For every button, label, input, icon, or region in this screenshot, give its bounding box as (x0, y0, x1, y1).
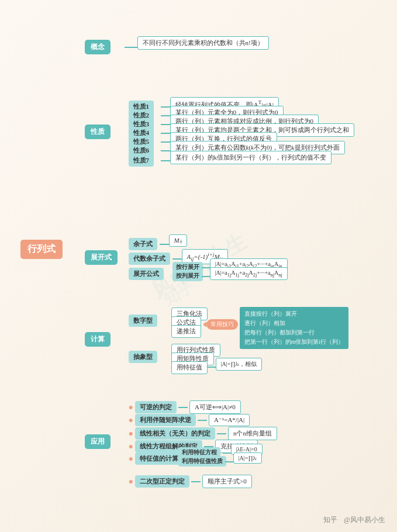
app2-label: 利用伴随矩阵求逆 (135, 414, 196, 426)
app6-row: ● 二次型正定判定 顺序主子式>0 (129, 475, 252, 488)
footer-platform: 知乎 (323, 516, 337, 524)
concept-hline (125, 40, 137, 48)
abstract-m3-hline (208, 361, 216, 368)
app5-bullet: ● (129, 454, 133, 464)
abstract-box: 抽象型 (129, 351, 157, 363)
prop5-hline (161, 136, 170, 143)
root-label: 行列式 (20, 240, 63, 259)
concept-label: 概念 (85, 40, 111, 54)
eigen2-box: 利用特征值性质 (178, 456, 226, 467)
cofactor-box: 余子式 (129, 238, 157, 250)
eigen1-hline (223, 447, 231, 454)
app2-row: ● 利用伴随矩阵求逆 A⁻¹=A*/|A| (129, 414, 250, 426)
method3: 递推法 (171, 325, 201, 338)
app-label: 应用 (85, 434, 111, 449)
app2-content: A⁻¹=A*/|A| (209, 414, 250, 426)
app-box: 应用 (85, 434, 111, 449)
app3-label: 线性相关（无关）的判定 (135, 427, 215, 440)
prop7-text: 某行（列）的k倍加到另一行（列），行列式的值不变 (170, 151, 332, 164)
cofactor-hline (160, 238, 169, 245)
property-label: 性质 (85, 125, 111, 139)
by-col-hline (202, 271, 210, 277)
exp-formula-label: 展开公式 (129, 268, 164, 280)
abstract-m3-text2: |A|=∏λᵢ，相似 (216, 358, 263, 371)
tips-text: 直接按行（列）展开 逐行（列）相加 把每行（列）都加到第一行 把第一行（列）的m… (240, 307, 349, 349)
prop7-row: 性质7 (129, 154, 154, 167)
eigen2-label: 利用特征值性质 (178, 456, 226, 467)
cofactor-label: 余子式 (129, 238, 157, 250)
footer: 知乎 @风中易小生 (323, 515, 385, 525)
tips-content-box: 直接按行（列）展开 逐行（列）相加 把每行（列）都加到第一行 把第一行（列）的m… (240, 307, 349, 349)
eigen2-content: |A|=∏λᵢ (233, 452, 263, 464)
expansion-box: 展开式 (85, 250, 118, 265)
alg-cofactor-hline (172, 253, 182, 260)
prop7-content: 某行（列）的k倍加到另一行（列），行列式的值不变 (170, 151, 332, 164)
abstract-m3-content: |A|=∏λᵢ，相似 (216, 358, 263, 371)
by-col-label: 按列展开 (172, 271, 203, 281)
page: 风中易小生 知乎 (0, 0, 397, 532)
eigen2-hline (225, 456, 233, 462)
app4-bullet: ● (129, 442, 133, 451)
concept-content: 不同行不同列元素乘积的代数和（共n!项） (137, 36, 269, 50)
app1-bullet: ● (129, 403, 133, 412)
app3-row: ● 线性相关（无关）的判定 n个n维向量组 (129, 427, 277, 440)
alg-cofactor-label: 代数余子式 (129, 253, 170, 265)
app6-content: 顺序主子式>0 (202, 475, 252, 488)
by-col-text: |A|=a1jA1j+a2jA2j+···+anjAnj (210, 267, 288, 280)
prop6-hline (161, 144, 170, 151)
numeric-label: 数字型 (129, 315, 157, 327)
abstract-m3: 用特征值 (171, 361, 208, 374)
prop1-hline (161, 101, 170, 108)
cofactor-content: Mᵢⱼ (169, 234, 187, 247)
prop7-label: 性质7 (129, 154, 154, 167)
abstract-m3-text: 用特征值 (171, 361, 208, 374)
prop2-hline (161, 109, 170, 116)
app5-row: ● 特征值的计算 (129, 452, 183, 465)
prop7-hline (161, 154, 170, 161)
tips-label: 常用技巧 (210, 321, 234, 327)
app1-content: A可逆⟺|A|≠0 (189, 400, 241, 414)
app3-content: n个n维向量组 (228, 427, 277, 440)
app2-bullet: ● (129, 416, 133, 425)
calc-box: 计算 (85, 332, 111, 347)
app3-bullet: ● (129, 429, 133, 438)
root-node: 行列式 (20, 240, 63, 259)
prop4-hline (161, 127, 170, 134)
numeric-box: 数字型 (129, 315, 157, 327)
exp-formula-box: 展开公式 (129, 268, 164, 280)
app1-label: 可逆的判定 (135, 401, 177, 413)
app6-label: 二次型正定判定 (135, 475, 189, 488)
cofactor-text: Mᵢⱼ (169, 234, 187, 247)
footer-author: @风中易小生 (344, 516, 385, 524)
app5-label: 特征值的计算 (135, 452, 183, 465)
app1-row: ● 可逆的判定 A可逆⟺|A|≠0 (129, 400, 241, 414)
expansion-label: 展开式 (85, 250, 118, 265)
abstract-label: 抽象型 (129, 351, 157, 363)
tips-badge: 常用技巧 (206, 319, 238, 330)
prop3-hline (161, 118, 170, 125)
concept-text: 不同行不同列元素乘积的代数和（共n!项） (137, 36, 269, 50)
method3-text: 递推法 (171, 325, 201, 338)
concept-box: 概念 (85, 40, 111, 54)
app6-bullet: ● (129, 477, 133, 486)
calc-label: 计算 (85, 332, 111, 347)
eigen2-text: |A|=∏λᵢ (233, 452, 263, 464)
by-col-box: 按列展开 (172, 271, 203, 281)
by-col-content: |A|=a1jA1j+a2jA2j+···+anjAnj (210, 267, 288, 280)
alg-cofactor-box: 代数余子式 (129, 253, 170, 265)
by-row-hline (202, 262, 210, 268)
property-box: 性质 (85, 125, 111, 139)
